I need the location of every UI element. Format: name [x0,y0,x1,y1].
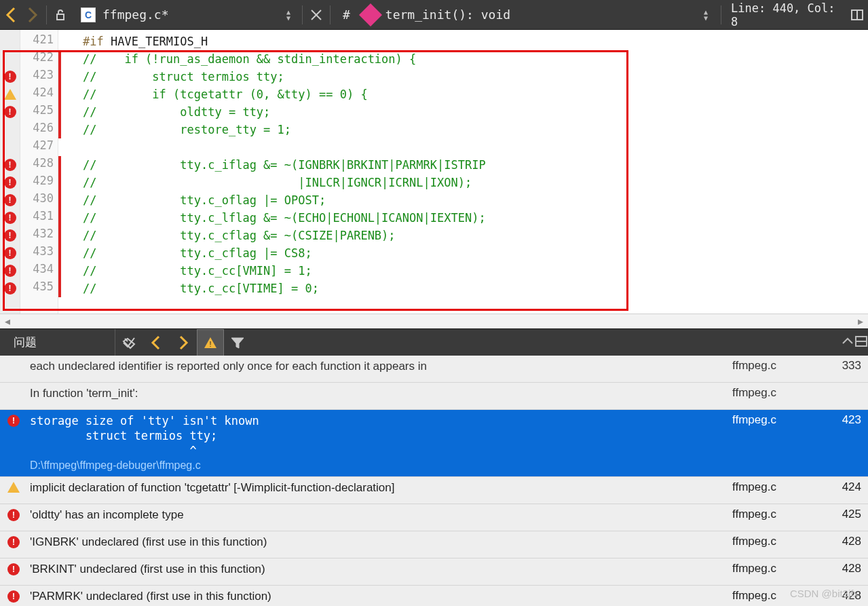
show-warnings-toggle[interactable]: ! [197,329,224,356]
clear-problems-button[interactable] [115,329,143,356]
file-name-label: ffmpeg.c* [102,7,169,22]
cursor-position-label: Line: 440, Col: 8 [724,1,846,29]
problem-file: ffmpeg.c [732,480,820,494]
problem-line: 425 [820,508,868,521]
code-line[interactable]: // tty.c_oflag |= OPOST; [62,191,868,209]
separator [721,5,721,24]
problem-message: 'IGNBRK' undeclared (first use in this f… [27,535,732,550]
error-icon: ! [4,106,16,118]
error-icon: ! [4,159,16,171]
split-panel-button[interactable] [846,4,868,26]
error-icon: ! [4,176,16,189]
code-line[interactable]: // tty.c_cflag |= CS8; [62,244,868,262]
problem-row[interactable]: !'PARMRK' undeclared (first use in this … [0,586,868,606]
code-line[interactable]: // if (!run_as_daemon && stdin_interacti… [62,50,868,68]
gutter-row [0,121,20,138]
code-line[interactable]: // if (tcgetattr (0, &tty) == 0) { [62,86,868,103]
line-number: 432 [20,227,58,244]
separator [46,5,47,24]
warning-icon [7,482,20,493]
close-file-button[interactable] [305,4,327,26]
problem-line: 333 [820,359,868,373]
problem-row[interactable]: !storage size of 'tty' isn't known struc… [0,410,868,477]
line-number: 434 [20,262,58,280]
problem-row[interactable]: !'oldtty' has an incomplete typeffmpeg.c… [0,504,868,531]
scroll-right-icon[interactable]: ▸ [853,314,868,329]
code-line[interactable]: // |INLCR|IGNCR|ICRNL|IXON); [62,174,868,191]
code-text-area[interactable]: #if HAVE_TERMIOS_H// if (!run_as_daemon … [62,30,868,314]
error-icon: ! [4,229,16,242]
line-number: 424 [20,86,58,103]
code-line[interactable]: // tty.c_cc[VMIN] = 1; [62,262,868,280]
collapse-panel-button[interactable] [841,337,854,349]
problem-line: 424 [820,480,868,494]
problem-message: In function 'term_init': [27,386,732,401]
code-line[interactable]: // tty.c_cc[VTIME] = 0; [62,280,868,297]
error-icon: ! [4,212,16,224]
modified-marker [58,174,61,191]
error-icon: ! [7,563,20,575]
nav-back-button[interactable] [0,4,22,26]
nav-forward-button[interactable] [22,4,43,26]
error-icon: ! [7,509,20,521]
prev-problem-button[interactable] [143,329,170,356]
modified-marker [58,191,61,209]
separator [302,5,303,24]
scroll-left-icon[interactable]: ◂ [0,314,15,329]
svg-marker-6 [231,338,244,348]
file-selector[interactable]: ffmpeg.c* ▲▼ [102,7,299,22]
symbol-selector[interactable]: term_init(): void ▲▼ [385,7,718,22]
problem-file: ffmpeg.c [732,413,820,427]
code-line[interactable]: // struct termios tty; [62,68,868,86]
panel-layout-button[interactable] [854,335,868,351]
gutter-row [0,86,20,103]
svg-text:!: ! [209,340,211,348]
line-number: 430 [20,191,58,209]
problem-icon-cell [0,386,27,387]
problem-line: 423 [820,413,868,427]
modified-marker [58,121,61,138]
filter-problems-button[interactable] [224,329,251,356]
line-number: 422 [20,50,58,68]
line-number: 428 [20,156,58,174]
problem-row[interactable]: each undeclared identifier is reported o… [0,356,868,383]
gutter-diagnostic-icons: !!!!!!!!!! [0,30,20,314]
problem-file: ffmpeg.c [732,386,820,400]
problem-icon-cell: ! [0,413,27,427]
code-line[interactable]: // oldtty = tty; [62,103,868,121]
updown-arrows-icon: ▲▼ [282,9,295,21]
modified-marker [58,68,61,86]
code-line[interactable]: // tty.c_lflag &= ~(ECHO|ECHONL|ICANON|I… [62,209,868,227]
problem-row[interactable]: In function 'term_init':ffmpeg.c [0,383,868,410]
code-line[interactable]: // tty.c_cflag &= ~(CSIZE|PARENB); [62,227,868,244]
error-icon: ! [7,590,20,603]
next-problem-button[interactable] [170,329,197,356]
problem-row[interactable]: !'IGNBRK' undeclared (first use in this … [0,531,868,558]
problem-icon-cell [0,480,27,493]
lock-icon[interactable] [50,4,71,26]
code-line[interactable]: #if HAVE_TERMIOS_H [62,33,868,50]
error-icon: ! [4,247,16,259]
error-icon: ! [7,536,20,548]
problem-line: 428 [820,562,868,575]
code-editor[interactable]: !!!!!!!!!! 42142242342442542642742842943… [0,30,868,314]
problem-row[interactable]: !'BRKINT' undeclared (first use in this … [0,558,868,586]
gutter-row: ! [0,68,20,86]
problem-icon-cell: ! [0,508,27,521]
problem-row[interactable]: implicit declaration of function 'tcgeta… [0,477,868,504]
horizontal-scrollbar[interactable]: ◂ ▸ [0,314,868,328]
modified-marker [58,50,61,68]
modified-marker [58,227,61,244]
code-line[interactable]: // tty.c_iflag &= ~(IGNBRK|BRKINT|PARMRK… [62,156,868,174]
symbol-kind-diamond-icon [359,3,382,26]
problems-panel-header: 问题 ! [0,328,868,356]
gutter-row: ! [0,103,20,121]
code-line[interactable]: // restore_tty = 1; [62,121,868,138]
gutter-row: ! [0,209,20,227]
problems-list[interactable]: each undeclared identifier is reported o… [0,356,868,606]
gutter-row: ! [0,174,20,191]
line-number: 429 [20,174,58,191]
error-icon: ! [4,265,16,277]
modified-marker [58,280,61,297]
code-line[interactable] [62,138,868,156]
